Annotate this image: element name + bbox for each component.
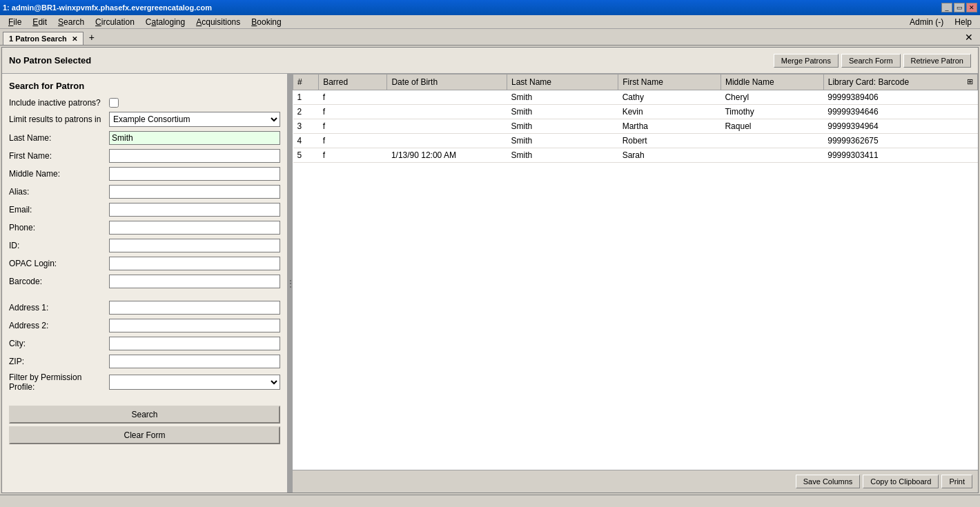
main-content: No Patron Selected Merge Patrons Search … <box>1 47 979 493</box>
table-row[interactable]: 3 f Smith Martha Raquel 99999394964 <box>293 119 978 134</box>
cell-middlename: Raquel <box>721 119 823 134</box>
cell-lastname: Smith <box>507 90 618 105</box>
retrieve-patron-button[interactable]: Retrieve Patron <box>903 54 971 68</box>
patron-status: No Patron Selected <box>9 55 91 66</box>
cell-firstname: Martha <box>618 119 721 134</box>
filter-permission-select[interactable] <box>109 375 280 390</box>
col-header-num[interactable]: # <box>293 74 319 90</box>
search-button[interactable]: Search <box>9 406 280 424</box>
phone-row: Phone: <box>9 221 280 235</box>
table-row[interactable]: 5 f 1/13/90 12:00 AM Smith Sarah 9999930… <box>293 148 978 163</box>
minimize-button[interactable]: _ <box>941 3 952 12</box>
cell-middlename <box>721 134 823 148</box>
email-label: Email: <box>9 205 109 215</box>
print-button[interactable]: Print <box>941 475 972 488</box>
cell-lastname: Smith <box>507 105 618 119</box>
tab-bar: 1 Patron Search ✕ + ✕ <box>0 29 980 46</box>
results-tbody: 1 f Smith Cathy Cheryl 99999389406 2 f S… <box>293 90 978 163</box>
tab-add-button[interactable]: + <box>85 30 99 45</box>
cell-middlename: Cheryl <box>721 90 823 105</box>
menu-edit[interactable]: Edit <box>27 16 52 28</box>
id-input[interactable] <box>109 239 280 252</box>
save-columns-button[interactable]: Save Columns <box>796 475 861 488</box>
cell-lastname: Smith <box>507 134 618 148</box>
include-inactive-row: Include inactive patrons? <box>9 98 280 108</box>
restore-button[interactable]: ▭ <box>954 3 965 12</box>
window-controls: _ ▭ ✕ <box>941 3 977 12</box>
form-buttons: Search Clear Form <box>9 406 280 444</box>
limit-results-select[interactable]: Example Consortium <box>109 112 280 127</box>
middle-name-input[interactable] <box>109 167 280 181</box>
body-split: Search for Patron Include inactive patro… <box>2 74 978 493</box>
clear-form-button[interactable]: Clear Form <box>9 426 280 444</box>
barcode-input[interactable] <box>109 275 280 288</box>
id-label: ID: <box>9 241 109 250</box>
col-header-libcard[interactable]: Library Card: Barcode⊞ <box>823 74 977 90</box>
merge-patrons-button[interactable]: Merge Patrons <box>774 54 839 68</box>
menu-cataloging[interactable]: Cataloging <box>140 16 190 28</box>
menu-booking[interactable]: Booking <box>246 16 286 28</box>
city-label: City: <box>9 339 109 348</box>
table-row[interactable]: 1 f Smith Cathy Cheryl 99999389406 <box>293 90 978 105</box>
col-header-lastname[interactable]: Last Name <box>507 74 618 90</box>
first-name-label: First Name: <box>9 151 109 161</box>
cell-libcard: 99999303411 <box>823 148 977 163</box>
address2-label: Address 2: <box>9 321 109 330</box>
tab-patron-search[interactable]: 1 Patron Search ✕ <box>3 32 84 45</box>
address1-input[interactable] <box>109 301 280 315</box>
filter-permission-row: Filter by Permission Profile: <box>9 372 280 392</box>
table-header-row: # Barred Date of Birth Last Name First N… <box>293 74 978 90</box>
cell-num: 4 <box>293 134 319 148</box>
table-row[interactable]: 2 f Smith Kevin Timothy 99999394646 <box>293 105 978 119</box>
phone-input[interactable] <box>109 221 280 235</box>
cell-dob: 1/13/90 12:00 AM <box>387 148 507 163</box>
cell-libcard: 99999394646 <box>823 105 977 119</box>
cell-dob <box>387 119 507 134</box>
col-expand-icon[interactable]: ⊞ <box>967 77 973 86</box>
cell-barred: f <box>319 134 387 148</box>
tab-bar-close[interactable]: ✕ <box>961 30 977 45</box>
middle-name-row: Middle Name: <box>9 167 280 181</box>
menu-admin[interactable]: Admin (-) <box>904 16 949 28</box>
menu-circulation[interactable]: Circulation <box>90 16 140 28</box>
col-header-barred[interactable]: Barred <box>319 74 387 90</box>
address2-row: Address 2: <box>9 319 280 332</box>
results-panel: # Barred Date of Birth Last Name First N… <box>293 74 978 493</box>
cell-num: 5 <box>293 148 319 163</box>
copy-to-clipboard-button[interactable]: Copy to Clipboard <box>863 475 939 488</box>
table-row[interactable]: 4 f Smith Robert 99999362675 <box>293 134 978 148</box>
close-button[interactable]: ✕ <box>966 3 977 12</box>
include-inactive-checkbox[interactable] <box>109 98 119 108</box>
first-name-input[interactable] <box>109 149 280 163</box>
cell-dob <box>387 134 507 148</box>
menu-search[interactable]: Search <box>52 16 90 28</box>
city-input[interactable] <box>109 337 280 350</box>
patron-action-buttons: Merge Patrons Search Form Retrieve Patro… <box>774 54 971 68</box>
cell-num: 2 <box>293 105 319 119</box>
col-header-middlename[interactable]: Middle Name <box>721 74 823 90</box>
email-row: Email: <box>9 203 280 217</box>
zip-input[interactable] <box>109 355 280 368</box>
search-panel: Search for Patron Include inactive patro… <box>2 74 288 493</box>
last-name-input[interactable] <box>109 131 280 145</box>
search-form-button[interactable]: Search Form <box>841 54 901 68</box>
cell-num: 1 <box>293 90 319 105</box>
col-header-firstname[interactable]: First Name <box>618 74 721 90</box>
menu-file[interactable]: File <box>3 16 27 28</box>
alias-input[interactable] <box>109 185 280 199</box>
email-input[interactable] <box>109 203 280 217</box>
zip-label: ZIP: <box>9 357 109 366</box>
menu-help[interactable]: Help <box>949 16 977 28</box>
opac-login-input[interactable] <box>109 257 280 270</box>
address2-input[interactable] <box>109 319 280 332</box>
search-panel-title: Search for Patron <box>9 81 280 91</box>
col-header-dob[interactable]: Date of Birth <box>387 74 507 90</box>
tab-close-icon[interactable]: ✕ <box>72 35 77 43</box>
menu-acquisitions[interactable]: Acquisitions <box>190 16 246 28</box>
phone-label: Phone: <box>9 223 109 232</box>
cell-barred: f <box>319 119 387 134</box>
opac-login-label: OPAC Login: <box>9 259 109 268</box>
limit-results-label: Limit results to patrons in <box>9 115 109 124</box>
cell-firstname: Kevin <box>618 105 721 119</box>
cell-lastname: Smith <box>507 119 618 134</box>
